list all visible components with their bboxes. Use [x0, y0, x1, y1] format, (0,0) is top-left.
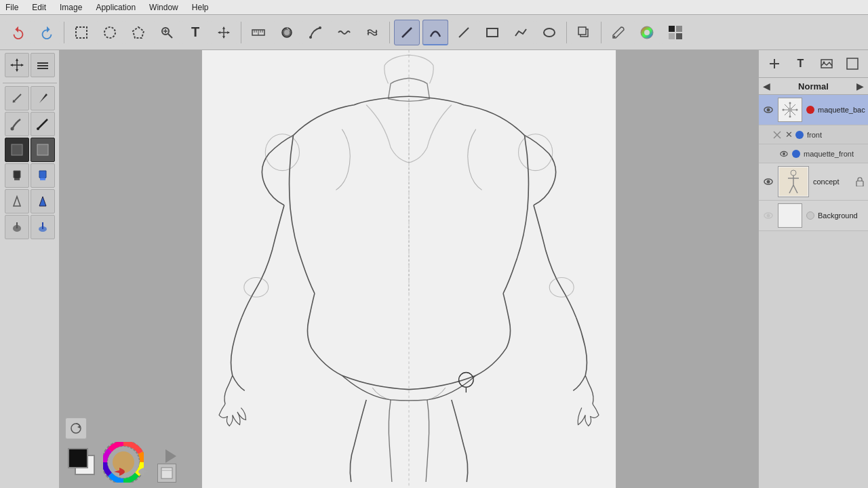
- layer-lock-concept[interactable]: [854, 176, 865, 187]
- layer-eye-maquette-back[interactable]: [762, 103, 775, 117]
- add-image-layer-button[interactable]: [817, 54, 836, 73]
- select-ellipse-button[interactable]: [97, 20, 123, 45]
- line-tool-button[interactable]: [394, 20, 420, 45]
- tool-brush2[interactable]: [5, 215, 29, 239]
- svg-point-50: [10, 127, 14, 131]
- tool-pencil[interactable]: [5, 86, 29, 110]
- history-forward-button[interactable]: [133, 464, 155, 480]
- smudge-button[interactable]: [331, 20, 357, 45]
- spline-button[interactable]: [508, 20, 534, 45]
- svg-marker-76: [165, 449, 176, 463]
- color-set-button[interactable]: [663, 20, 688, 45]
- svg-point-91: [783, 109, 785, 111]
- tool-brush[interactable]: [5, 112, 29, 136]
- redo-button[interactable]: [34, 20, 60, 45]
- toolbar-separator-4: [566, 22, 567, 43]
- text-tool-button[interactable]: T: [182, 20, 208, 45]
- background-color[interactable]: [68, 448, 88, 468]
- svg-marker-71: [77, 426, 80, 428]
- layer-group-front[interactable]: ✕ front: [759, 125, 868, 144]
- ruler-button[interactable]: [245, 20, 271, 45]
- svg-rect-38: [676, 33, 682, 39]
- tool-ink2[interactable]: [31, 189, 55, 214]
- svg-rect-46: [37, 65, 48, 66]
- add-text-layer-button[interactable]: T: [791, 54, 810, 73]
- select-poly-button[interactable]: [125, 20, 151, 45]
- menu-window[interactable]: Window: [146, 1, 181, 14]
- panel-top-icons: T: [759, 50, 868, 78]
- duplicate-button[interactable]: [571, 20, 597, 45]
- straight-line-button[interactable]: [451, 20, 477, 45]
- tool-pan[interactable]: [31, 53, 55, 77]
- add-layer-button[interactable]: [765, 54, 784, 73]
- layer-eye-front[interactable]: [771, 129, 783, 141]
- play-button[interactable]: [160, 447, 179, 468]
- tool-move[interactable]: [5, 53, 29, 77]
- svg-marker-41: [16, 58, 18, 61]
- zoom-button[interactable]: [154, 20, 180, 45]
- move-tool-button[interactable]: [211, 20, 237, 45]
- curve-tool-button[interactable]: [422, 20, 448, 45]
- layer-thumb-concept: [778, 166, 809, 197]
- ellipse-shape-button[interactable]: [536, 20, 562, 45]
- layer-concept[interactable]: concept: [759, 163, 868, 201]
- svg-rect-37: [669, 33, 675, 39]
- svg-point-92: [796, 109, 798, 111]
- blend-prev-button[interactable]: ◀: [763, 81, 770, 92]
- layer-eye-concept[interactable]: [762, 175, 775, 188]
- menu-file[interactable]: File: [3, 1, 21, 14]
- tool-soft-brush[interactable]: [31, 215, 55, 239]
- fill-button[interactable]: [274, 20, 300, 45]
- svg-point-88: [788, 108, 792, 112]
- svg-point-29: [544, 28, 555, 37]
- color-wheel-button[interactable]: [634, 20, 660, 45]
- layer-name-maquette-back: maquette_bac: [818, 106, 865, 114]
- tool-bucket-blue[interactable]: [31, 163, 55, 188]
- layer-eye-background[interactable]: [762, 209, 775, 222]
- layer-eye-maquette-front[interactable]: [778, 148, 790, 160]
- canvas-area[interactable]: [60, 50, 758, 488]
- layer-background[interactable]: Background: [759, 201, 868, 231]
- toolbar-separator-5: [601, 22, 601, 43]
- tool-blur[interactable]: [5, 189, 29, 214]
- svg-marker-2: [133, 27, 144, 38]
- svg-point-109: [767, 214, 770, 218]
- rect-shape-button[interactable]: [479, 20, 505, 45]
- layer-name-background: Background: [818, 211, 865, 220]
- svg-line-4: [168, 34, 172, 38]
- eyedropper-button[interactable]: [606, 20, 631, 45]
- svg-rect-0: [76, 27, 87, 38]
- pen-button[interactable]: [302, 20, 328, 45]
- blend-next-button[interactable]: ▶: [856, 81, 864, 92]
- tool-eraser[interactable]: [5, 138, 29, 162]
- tool-smudge2[interactable]: [31, 138, 55, 162]
- tool-ink-pen[interactable]: [31, 86, 55, 110]
- menu-image[interactable]: Image: [57, 1, 85, 14]
- svg-point-20: [284, 30, 290, 35]
- svg-rect-81: [847, 58, 858, 69]
- svg-point-89: [789, 102, 791, 104]
- select-rect-button[interactable]: [68, 20, 94, 45]
- tool-dark-pen[interactable]: [31, 112, 55, 136]
- undo-button[interactable]: [5, 20, 31, 45]
- svg-rect-55: [40, 178, 45, 180]
- menu-application[interactable]: Application: [93, 1, 138, 14]
- svg-marker-43: [10, 64, 13, 66]
- tool-bucket-black[interactable]: [5, 163, 29, 188]
- toolbox-row-1: [5, 86, 55, 110]
- layer-maquette-front[interactable]: maquette_front: [759, 144, 868, 163]
- history-back-button[interactable]: [108, 464, 130, 480]
- toolbox-top: [5, 53, 55, 77]
- menu-help[interactable]: Help: [189, 1, 212, 14]
- liquify-button[interactable]: [359, 20, 385, 45]
- layer-dot-maquette-front: [792, 150, 800, 158]
- add-vector-layer-button[interactable]: [843, 54, 862, 73]
- layer-maquette-back[interactable]: maquette_bac ▲ ▼: [759, 95, 868, 125]
- menu-edit[interactable]: Edit: [29, 1, 49, 14]
- rotate-view-button[interactable]: [65, 418, 87, 439]
- svg-rect-31: [578, 27, 586, 35]
- svg-rect-110: [778, 204, 802, 227]
- svg-marker-11: [218, 31, 220, 34]
- layer-thumb-background: [778, 203, 802, 228]
- color-chips: [65, 445, 99, 479]
